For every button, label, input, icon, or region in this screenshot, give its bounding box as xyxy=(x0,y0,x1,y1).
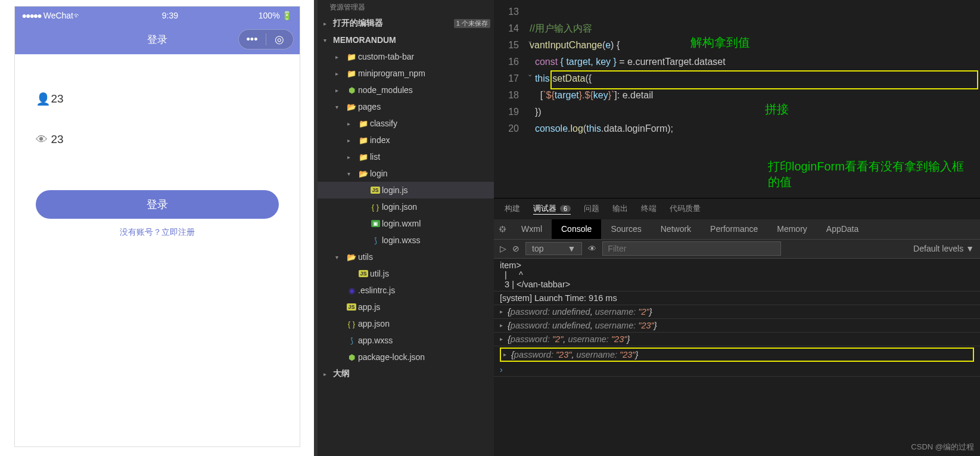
file-app-wxss[interactable]: ⟆app.wxss xyxy=(318,332,494,349)
wxml-icon: ▣ xyxy=(371,220,380,227)
file-login-wxml[interactable]: ▣login.wxml xyxy=(318,215,494,232)
file-eslintrc[interactable]: ◉.eslintrc.js xyxy=(318,282,494,299)
carrier-label: WeChat xyxy=(43,11,73,20)
folder-list[interactable]: ▸📁list xyxy=(318,148,494,165)
project-root[interactable]: ▾MEMORANDUM xyxy=(318,32,494,48)
annotation-console: 打印loginForm看看有没有拿到输入框的值 xyxy=(768,159,970,190)
folder-node-modules[interactable]: ▸⬢node_modules xyxy=(318,82,494,98)
eye-icon[interactable]: 👁 xyxy=(588,244,596,253)
simulator-pane: ●●●●● WeChatᯤ 9:39 100% 🔋 登录 ••• ◎ 👤 23 xyxy=(0,0,314,456)
filter-input[interactable] xyxy=(602,241,781,256)
context-selector[interactable]: top▼ xyxy=(525,242,582,255)
fold-icon[interactable]: ⌄ xyxy=(527,37,533,45)
wifi-icon: ᯤ xyxy=(73,11,82,20)
login-button[interactable]: 登录 xyxy=(36,190,279,219)
highlight-box-2: ▸{password: "23", username: "23"} xyxy=(500,348,974,362)
devtab-console[interactable]: Console xyxy=(552,219,601,239)
file-login-js[interactable]: JSlogin.js xyxy=(318,182,494,198)
file-package-lock[interactable]: ⬢package-lock.json xyxy=(318,349,494,365)
console-prompt[interactable]: › xyxy=(494,363,980,377)
capsule-group[interactable]: ••• ◎ xyxy=(238,29,294,49)
console-warning: item> | ^ 3 | </van-tabbar> xyxy=(494,259,980,291)
editor-panel-group: 1314151617181920 ⌄ ⌄ //用户输入内容 vantInputC… xyxy=(494,0,980,456)
phone-frame: ●●●●● WeChatᯤ 9:39 100% 🔋 登录 ••• ◎ 👤 23 xyxy=(14,6,300,447)
console-log-row[interactable]: ▸{password: undefined, username: "23"} xyxy=(494,319,980,333)
fold-icon[interactable]: ⌄ xyxy=(527,70,533,78)
folder-icon: 📁 xyxy=(357,153,370,162)
js-icon: JS xyxy=(347,303,356,311)
devtab-memory[interactable]: Memory xyxy=(767,219,817,239)
nav-title: 登录 xyxy=(147,33,167,46)
console-toolbar: ▷ ⊘ top▼ 👁 Default levels ▼ xyxy=(494,240,980,259)
utils-icon: 📂 xyxy=(345,253,358,262)
file-login-json[interactable]: { }login.json xyxy=(318,198,494,215)
devtab-wxml[interactable]: Wxml xyxy=(512,219,552,239)
status-bar: ●●●●● WeChatᯤ 9:39 100% 🔋 xyxy=(15,7,300,24)
username-value: 23 xyxy=(51,92,64,106)
json-icon: { } xyxy=(369,203,382,212)
folder-login[interactable]: ▾📂login xyxy=(318,165,494,182)
debugger-badge: 6 xyxy=(560,205,571,212)
battery-label: 100% xyxy=(259,11,280,20)
folder-icon: 📁 xyxy=(357,119,370,128)
tab-build[interactable]: 构建 xyxy=(505,203,520,214)
password-value: 23 xyxy=(51,133,64,146)
outline-section[interactable]: ▸大纲 xyxy=(318,365,494,382)
node-modules-icon: ⬢ xyxy=(345,86,358,95)
inspect-icon[interactable]: ⯐ xyxy=(494,224,512,234)
file-login-wxss[interactable]: ⟆login.wxss xyxy=(318,232,494,249)
code-editor[interactable]: 1314151617181920 ⌄ ⌄ //用户输入内容 vantInputC… xyxy=(494,0,980,198)
folder-icon: 📁 xyxy=(357,136,370,145)
tab-output[interactable]: 输出 xyxy=(612,203,628,214)
folder-index[interactable]: ▸📁index xyxy=(318,132,494,148)
tab-code-quality[interactable]: 代码质量 xyxy=(670,203,701,214)
panel-tabs: 构建 调试器6 问题 输出 终端 代码质量 xyxy=(494,198,980,219)
folder-miniprogram-npm[interactable]: ▸📁miniprogram_npm xyxy=(318,65,494,82)
console-log-row[interactable]: ▸{password: "2", username: "23"} xyxy=(494,333,980,346)
nav-bar: 登录 ••• ◎ xyxy=(15,24,300,54)
line-gutter: 1314151617181920 xyxy=(494,0,530,198)
js-icon: JS xyxy=(371,187,379,194)
folder-classify[interactable]: ▸📁classify xyxy=(318,115,494,132)
annotation-destructure: 解构拿到值 xyxy=(690,35,750,51)
devtab-appdata[interactable]: AppData xyxy=(817,219,868,239)
file-util-js[interactable]: JSutil.js xyxy=(318,265,494,282)
console-output[interactable]: item> | ^ 3 | </van-tabbar> [system] Lau… xyxy=(494,259,980,457)
file-app-json[interactable]: { }app.json xyxy=(318,315,494,332)
username-field[interactable]: 👤 23 xyxy=(36,84,279,114)
register-link[interactable]: 没有账号？立即注册 xyxy=(36,227,279,238)
devtab-sources[interactable]: Sources xyxy=(601,219,651,239)
battery-icon: 🔋 xyxy=(282,11,292,20)
annotation-concat: 拼接 xyxy=(765,101,789,117)
wxss-icon: ⟆ xyxy=(345,336,358,345)
folder-open-icon: 📂 xyxy=(357,169,370,178)
devtab-performance[interactable]: Performance xyxy=(701,219,767,239)
code-comment: //用户输入内容 xyxy=(530,23,592,33)
json-icon: { } xyxy=(345,319,358,328)
explorer-header: 资源管理器 xyxy=(318,0,494,15)
capsule-close-icon[interactable]: ◎ xyxy=(266,33,293,46)
folder-icon: 📁 xyxy=(345,69,358,78)
folder-pages[interactable]: ▾📂pages xyxy=(318,98,494,115)
open-editors-section[interactable]: ▸打开的编辑器 1 个未保存 xyxy=(318,15,494,32)
login-page: 👤 23 👁 23 登录 没有账号？立即注册 xyxy=(15,54,300,446)
console-launch-time: [system] Launch Time: 916 ms xyxy=(494,291,980,305)
console-log-row[interactable]: ▸{password: undefined, username: "2"} xyxy=(494,305,980,319)
tab-terminal[interactable]: 终端 xyxy=(641,203,657,214)
file-app-js[interactable]: JSapp.js xyxy=(318,299,494,315)
devtab-network[interactable]: Network xyxy=(651,219,701,239)
password-field[interactable]: 👁 23 xyxy=(36,125,279,154)
watermark: CSDN @编的过程 xyxy=(911,442,974,452)
tab-problems[interactable]: 问题 xyxy=(584,203,599,214)
wxss-icon: ⟆ xyxy=(369,236,382,245)
npm-icon: ⬢ xyxy=(345,353,358,362)
capsule-menu-icon[interactable]: ••• xyxy=(239,33,266,46)
clear-icon[interactable]: ⊘ xyxy=(512,244,519,253)
highlight-box-1 xyxy=(550,70,978,89)
folder-custom-tab-bar[interactable]: ▸📁custom-tab-bar xyxy=(318,48,494,65)
tab-debugger[interactable]: 调试器6 xyxy=(533,203,571,215)
play-icon[interactable]: ▷ xyxy=(500,244,506,253)
levels-selector[interactable]: Default levels ▼ xyxy=(913,244,974,253)
folder-utils[interactable]: ▾📂utils xyxy=(318,249,494,265)
eye-icon: 👁 xyxy=(36,133,51,147)
